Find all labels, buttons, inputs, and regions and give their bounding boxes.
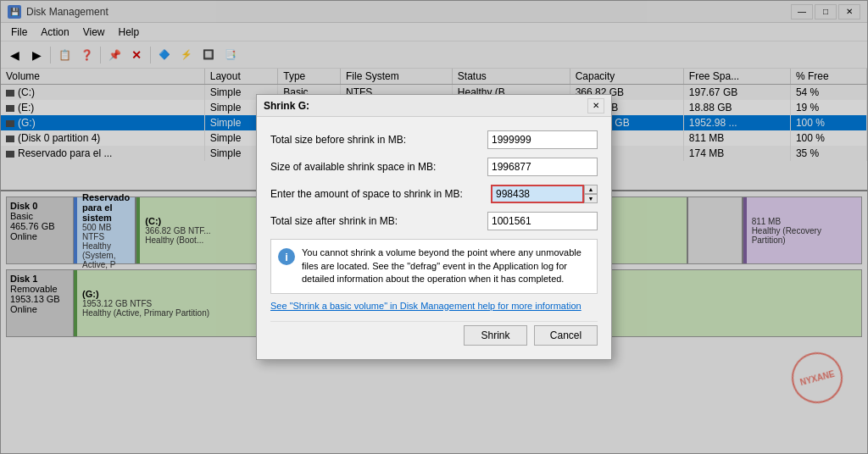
dialog-info-text: You cannot shrink a volume beyond the po… (302, 246, 590, 285)
info-icon: i (278, 248, 295, 265)
dialog-field-row: Enter the amount of space to shrink in M… (270, 185, 598, 203)
see-also-text: See "Shrink a basic volume" in Disk Mana… (270, 301, 598, 311)
see-also-link[interactable]: See "Shrink a basic volume" in Disk Mana… (270, 301, 581, 311)
dialog-field-row: Size of available shrink space in MB: (270, 158, 598, 176)
shrink-button[interactable]: Shrink (464, 325, 527, 346)
spin-up-button[interactable]: ▲ (584, 185, 598, 194)
field-label: Enter the amount of space to shrink in M… (270, 188, 491, 200)
field-label: Total size before shrink in MB: (270, 134, 487, 146)
dialog-body: Total size before shrink in MB:Size of a… (257, 117, 611, 358)
dialog-footer: Shrink Cancel (270, 321, 598, 346)
dialog-info-box: i You cannot shrink a volume beyond the … (270, 239, 598, 293)
readonly-field (487, 158, 598, 176)
field-label: Size of available shrink space in MB: (270, 161, 487, 173)
shrink-amount-input[interactable] (491, 185, 584, 203)
readonly-field (487, 212, 598, 230)
field-label: Total size after shrink in MB: (270, 215, 487, 227)
dialog-title: Shrink G: (264, 100, 309, 112)
dialog-field-row: Total size after shrink in MB: (270, 212, 598, 230)
spin-buttons: ▲▼ (584, 185, 598, 203)
dialog-overlay: Shrink G: ✕ Total size before shrink in … (0, 0, 868, 454)
dialog-field-row: Total size before shrink in MB: (270, 130, 598, 149)
dialog-title-bar: Shrink G: ✕ (257, 95, 611, 117)
spin-down-button[interactable]: ▼ (584, 194, 598, 203)
cancel-button[interactable]: Cancel (534, 325, 598, 346)
dialog-close-button[interactable]: ✕ (587, 98, 604, 114)
spinbox-field[interactable]: ▲▼ (491, 185, 598, 203)
readonly-field (487, 130, 598, 149)
shrink-dialog: Shrink G: ✕ Total size before shrink in … (256, 94, 612, 359)
